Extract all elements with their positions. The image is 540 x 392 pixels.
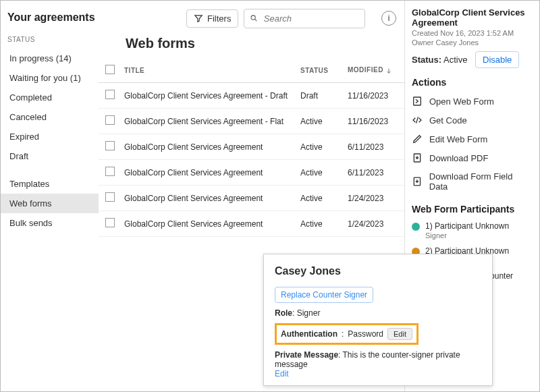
select-all-checkbox[interactable]	[105, 65, 115, 74]
filter-icon	[194, 13, 203, 23]
authentication-highlight: Authentication: Password Edit	[275, 323, 418, 345]
row-checkbox[interactable]	[105, 167, 115, 176]
participant-dot	[412, 223, 420, 231]
section-heading: Web forms	[126, 36, 404, 51]
sidebar-item[interactable]: Templates	[1, 174, 99, 194]
table-row[interactable]: GlobalCorp Client Services Agreement - D…	[99, 83, 404, 109]
filters-button[interactable]: Filters	[186, 9, 238, 28]
table-row[interactable]: GlobalCorp Client Services Agreement - F…	[99, 109, 404, 134]
sort-desc-icon	[385, 67, 392, 74]
search-input-wrap[interactable]	[244, 9, 365, 28]
table-row[interactable]: GlobalCorp Client Services AgreementActi…	[99, 134, 404, 160]
filters-label: Filters	[207, 13, 231, 24]
open-icon	[412, 96, 423, 107]
sidebar-item[interactable]: Draft	[1, 146, 99, 166]
auth-edit-button[interactable]: Edit	[387, 328, 412, 340]
sidebar-item[interactable]: Bulk sends	[1, 213, 99, 233]
info-icon[interactable]: i	[381, 11, 396, 26]
detail-created: Created Nov 16, 2023 1:52 AM	[412, 29, 533, 37]
sidebar-item[interactable]: Web forms	[1, 194, 99, 213]
edit-web-form-action[interactable]: Edit Web Form	[412, 134, 533, 144]
code-icon	[412, 115, 423, 125]
svg-rect-1	[414, 97, 421, 105]
popover-name: Casey Jones	[275, 265, 481, 277]
participant-item[interactable]: 1) Participant UnknownSigner	[412, 221, 533, 240]
sidebar-item[interactable]: Completed	[1, 88, 99, 107]
get-code-action[interactable]: Get Code	[412, 115, 533, 125]
disable-button[interactable]: Disable	[475, 51, 519, 68]
participants-heading: Web Form Participants	[412, 204, 533, 215]
sidebar-item[interactable]: Waiting for you (1)	[1, 68, 99, 88]
download-data-icon	[412, 176, 423, 187]
svg-point-0	[251, 16, 255, 20]
participant-popover: Casey Jones Replace Counter Signer Role:…	[263, 254, 493, 386]
table-row[interactable]: GlobalCorp Client Services AgreementActi…	[99, 211, 404, 237]
replace-counter-signer-button[interactable]: Replace Counter Signer	[275, 287, 373, 303]
status-header: STATUS	[7, 36, 99, 43]
download-pdf-icon	[412, 152, 423, 163]
search-icon	[250, 13, 258, 23]
webforms-table: TITLE STATUS MODIFIED GlobalCorp Client …	[99, 58, 404, 237]
actions-heading: Actions	[412, 77, 533, 88]
row-checkbox[interactable]	[105, 90, 115, 99]
private-message-edit-link[interactable]: Edit	[275, 369, 289, 379]
row-checkbox[interactable]	[105, 115, 115, 125]
open-web-form-action[interactable]: Open Web Form	[412, 96, 533, 107]
detail-owner: Owner Casey Jones	[412, 38, 533, 47]
col-status[interactable]: STATUS	[296, 58, 344, 83]
page-title: Your agreements	[7, 11, 99, 24]
detail-title: GlobalCorp Client Services Agreement	[412, 7, 533, 28]
search-input[interactable]	[263, 13, 360, 24]
col-modified[interactable]: MODIFIED	[344, 58, 404, 83]
pencil-icon	[412, 134, 423, 144]
sidebar-item[interactable]: Canceled	[1, 107, 99, 127]
sidebar-item[interactable]: In progress (14)	[1, 49, 99, 68]
table-row[interactable]: GlobalCorp Client Services AgreementActi…	[99, 160, 404, 186]
download-form-data-action[interactable]: Download Form Field Data	[412, 171, 533, 192]
row-checkbox[interactable]	[105, 141, 115, 150]
col-title[interactable]: TITLE	[122, 58, 296, 83]
row-checkbox[interactable]	[105, 218, 115, 227]
sidebar-item[interactable]: Expired	[1, 127, 99, 146]
table-row[interactable]: GlobalCorp Client Services AgreementActi…	[99, 186, 404, 211]
download-pdf-action[interactable]: Download PDF	[412, 152, 533, 163]
row-checkbox[interactable]	[105, 192, 115, 202]
